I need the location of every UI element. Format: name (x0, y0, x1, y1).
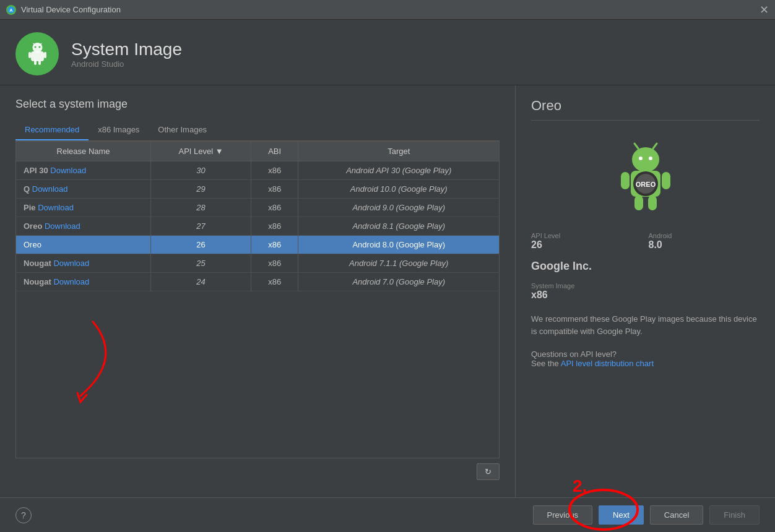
header: System Image Android Studio (0, 20, 775, 85)
cancel-button[interactable]: Cancel (650, 505, 703, 525)
company-name: Google Inc. (531, 260, 760, 273)
tab-other-images[interactable]: Other Images (149, 120, 216, 140)
image-details: API Level 26 Android 8.0 (531, 232, 760, 251)
cell-target: Android 9.0 (Google Play) (298, 199, 499, 217)
cell-release-name: API 30 Download (16, 161, 151, 180)
api-link-prefix: See the (531, 359, 561, 368)
table-header-row: Release Name API Level ▼ ABI Target (16, 142, 499, 161)
svg-rect-22 (662, 172, 670, 189)
cell-api-level: 30 (151, 161, 251, 180)
table-row[interactable]: API 30 Download30x86Android API 30 (Goog… (16, 161, 499, 180)
cell-target: Android 10.0 (Google Play) (298, 180, 499, 199)
refresh-button[interactable]: ↻ (477, 463, 500, 480)
title-bar: A Virtual Device Configuration ✕ (0, 0, 775, 20)
android-value: 8.0 (649, 239, 662, 250)
content-area: Select a system image Recommended x86 Im… (0, 85, 775, 497)
tab-bar: Recommended x86 Images Other Images (15, 120, 500, 141)
table-row[interactable]: Oreo Download27x86Android 8.1 (Google Pl… (16, 217, 499, 236)
svg-point-14 (649, 157, 652, 160)
cell-api-level: 26 (151, 236, 251, 254)
android-label: Android (649, 232, 760, 239)
release-name-label: Q (24, 184, 30, 194)
svg-rect-6 (34, 60, 37, 65)
download-link[interactable]: Download (51, 259, 89, 268)
release-name-label: Oreo (24, 221, 42, 231)
cell-release-name: Pie Download (16, 199, 151, 217)
table-row[interactable]: Oreo26x86Android 8.0 (Google Play) (16, 236, 499, 254)
system-image-table: Release Name API Level ▼ ABI Target API … (15, 141, 500, 458)
cell-abi: x86 (251, 273, 298, 291)
download-link[interactable]: Download (51, 277, 89, 286)
android-studio-logo (15, 32, 59, 75)
api-level-distribution-link[interactable]: API level distribution chart (561, 359, 654, 368)
download-link[interactable]: Download (42, 221, 80, 231)
right-panel: Oreo (515, 85, 775, 497)
next-button[interactable]: Next (599, 505, 644, 525)
table-row[interactable]: Pie Download28x86Android 9.0 (Google Pla… (16, 199, 499, 217)
svg-rect-3 (31, 51, 44, 61)
svg-line-16 (653, 144, 657, 148)
svg-point-13 (639, 157, 643, 160)
help-button[interactable]: ? (15, 507, 32, 523)
svg-text:A: A (9, 7, 13, 13)
cell-release-name: Q Download (16, 180, 151, 199)
svg-rect-5 (44, 52, 46, 58)
tab-x86-images[interactable]: x86 Images (89, 120, 149, 140)
android-image-container: OREO (531, 136, 760, 217)
svg-line-15 (634, 144, 638, 148)
api-question-text: Questions on API level? (531, 350, 617, 359)
table-row[interactable]: Nougat Download25x86Android 7.1.1 (Googl… (16, 254, 499, 273)
cell-abi: x86 (251, 236, 298, 254)
cell-api-level: 25 (151, 254, 251, 273)
api-level-label: API Level (531, 232, 643, 239)
section-title: Select a system image (15, 98, 500, 111)
system-image-value: x86 (531, 290, 548, 300)
table-row[interactable]: Nougat Download24x86Android 7.0 (Google … (16, 273, 499, 291)
selected-image-title: Oreo (531, 98, 760, 121)
cell-abi: x86 (251, 161, 298, 180)
download-link[interactable]: Download (36, 203, 74, 212)
release-name-label: Nougat (24, 259, 51, 268)
col-target: Target (298, 142, 499, 161)
api-question-section: Questions on API level? See the API leve… (531, 350, 760, 368)
svg-point-8 (34, 46, 36, 48)
svg-point-9 (38, 46, 40, 48)
cell-abi: x86 (251, 180, 298, 199)
system-image-label: System Image (531, 282, 760, 290)
cell-api-level: 28 (151, 199, 251, 217)
page-subtitle: Android Studio (71, 59, 182, 69)
svg-rect-23 (634, 195, 643, 210)
cell-target: Android API 30 (Google Play) (298, 161, 499, 180)
svg-rect-24 (648, 195, 657, 210)
cell-target: Android 7.1.1 (Google Play) (298, 254, 499, 273)
app-icon: A (6, 5, 16, 15)
download-link[interactable]: Download (30, 184, 67, 194)
svg-rect-21 (621, 172, 630, 189)
col-api-level[interactable]: API Level ▼ (151, 142, 251, 161)
cell-target: Android 8.1 (Google Play) (298, 217, 499, 236)
cell-release-name: Oreo Download (16, 217, 151, 236)
finish-button[interactable]: Finish (709, 505, 760, 525)
left-panel: Select a system image Recommended x86 Im… (0, 85, 515, 497)
tab-recommended[interactable]: Recommended (15, 120, 89, 140)
download-link[interactable]: Download (48, 166, 86, 175)
system-image-detail: System Image x86 (531, 282, 760, 301)
close-button[interactable]: ✕ (760, 4, 769, 15)
main-container: System Image Android Studio Select a sys… (0, 20, 775, 532)
cell-release-name: Nougat Download (16, 273, 151, 291)
window-title: Virtual Device Configuration (21, 5, 121, 14)
refresh-area: ↻ (15, 458, 500, 485)
page-title: System Image (71, 40, 182, 59)
col-release-name[interactable]: Release Name (16, 142, 151, 161)
cell-abi: x86 (251, 217, 298, 236)
release-name-label: API 30 (24, 166, 48, 175)
previous-button[interactable]: Previous (533, 505, 593, 525)
table-row[interactable]: Q Download29x86Android 10.0 (Google Play… (16, 180, 499, 199)
cell-release-name: Oreo (16, 236, 151, 254)
cell-target: Android 7.0 (Google Play) (298, 273, 499, 291)
cell-api-level: 27 (151, 217, 251, 236)
api-level-detail: API Level 26 (531, 232, 643, 251)
footer: ? Previous Next Cancel Finish (0, 497, 775, 532)
svg-rect-4 (28, 52, 31, 58)
cell-release-name: Nougat Download (16, 254, 151, 273)
